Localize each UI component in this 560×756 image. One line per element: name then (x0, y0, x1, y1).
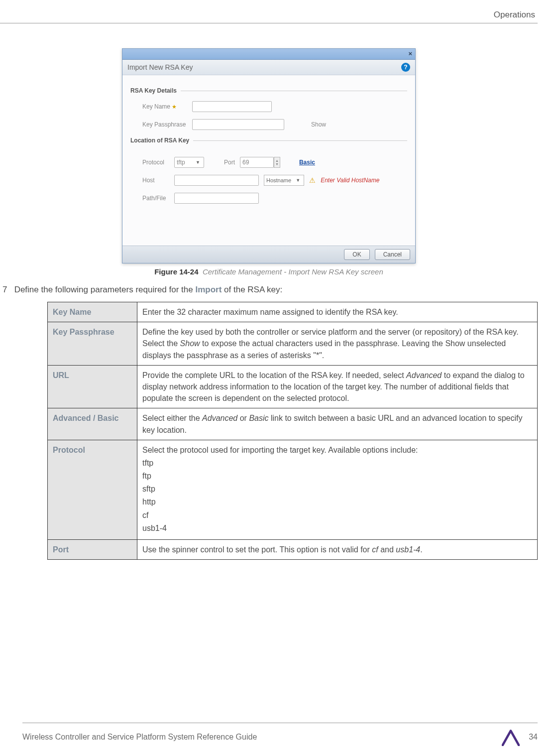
row-key-name: Key Name ★ (142, 101, 407, 112)
param-key: Key Name (48, 302, 137, 322)
screenshot-figure: × Import New RSA Key ? RSA Key Details K… (122, 48, 416, 263)
footer-rule (22, 723, 538, 723)
table-row: URLProvide the complete URL to the locat… (48, 365, 538, 408)
param-key: Key Passphrase (48, 322, 137, 366)
param-desc: Use the spinner control to set the port.… (137, 540, 538, 560)
label-port: Port (224, 159, 235, 166)
chevron-down-icon: ▼ (294, 178, 302, 183)
header-rule (0, 23, 538, 23)
row-key-passphrase: Key Passphrase Show (142, 119, 407, 130)
step-bold-term: Import (195, 285, 222, 294)
label-key-name: Key Name ★ (142, 103, 187, 110)
input-key-name[interactable] (192, 101, 272, 112)
dialog-body: RSA Key Details Key Name ★ Key Passphras… (122, 75, 415, 246)
table-row: Advanced / BasicSelect either the Advanc… (48, 408, 538, 440)
table-row: PortUse the spinner control to set the p… (48, 540, 538, 560)
brand-logo-icon (502, 728, 520, 746)
footer-doc-title: Wireless Controller and Service Platform… (22, 733, 257, 742)
row-host: Host Hostname ▼ ⚠ Enter Valid HostName (142, 175, 407, 186)
protocol-option: sftp (142, 483, 532, 495)
figure-caption: Figure 14-24 Certificate Management - Im… (0, 267, 538, 276)
select-host-type[interactable]: Hostname ▼ (264, 175, 304, 186)
close-icon[interactable]: × (408, 50, 412, 57)
page-number: 34 (529, 733, 538, 742)
select-protocol[interactable]: tftp ▼ (174, 157, 204, 168)
show-checkbox-label[interactable]: Show (311, 121, 326, 128)
protocol-option: cf (142, 509, 532, 521)
step-number: 7 (2, 285, 7, 294)
param-desc: Select either the Advanced or Basic link… (137, 408, 538, 440)
page-footer: Wireless Controller and Service Platform… (22, 723, 538, 746)
input-host[interactable] (174, 175, 259, 186)
label-key-passphrase: Key Passphrase (142, 121, 187, 128)
protocol-option: http (142, 496, 532, 507)
chevron-down-icon: ▼ (194, 160, 202, 165)
dialog-titlebar: Import New RSA Key ? (122, 60, 415, 75)
label-protocol: Protocol (142, 159, 169, 166)
table-row: Key NameEnter the 32 character maximum n… (48, 302, 538, 322)
warning-icon: ⚠ (309, 176, 316, 184)
required-star-icon: ★ (172, 104, 177, 110)
section-location: Location of RSA Key (130, 137, 407, 144)
ok-button[interactable]: OK (344, 249, 369, 260)
param-desc: Select the protocol used for importing t… (137, 440, 538, 539)
figure-label: Figure 14-24 (154, 267, 198, 276)
protocol-option: usb1-4 (142, 522, 532, 534)
port-spinner[interactable]: ▲▼ (274, 157, 280, 168)
input-key-passphrase[interactable] (192, 119, 284, 130)
param-key: Port (48, 540, 137, 560)
cancel-button[interactable]: Cancel (375, 249, 410, 260)
chevron-up-icon: ▲ (274, 159, 280, 162)
step-7: 7 Define the following parameters requir… (0, 285, 538, 295)
help-icon[interactable]: ? (401, 63, 410, 72)
host-type-value: Hostname (266, 177, 291, 183)
protocol-value: tftp (177, 159, 185, 166)
parameters-table: Key NameEnter the 32 character maximum n… (47, 302, 538, 560)
param-key: Protocol (48, 440, 137, 539)
section-label: RSA Key Details (130, 87, 177, 94)
port-value: 69 (242, 159, 249, 166)
param-desc: Provide the complete URL to the location… (137, 365, 538, 408)
row-protocol-port: Protocol tftp ▼ Port 69 ▲▼ Basic (142, 157, 407, 168)
param-key: URL (48, 365, 137, 408)
host-error-message: Enter Valid HostName (321, 177, 379, 184)
label-host: Host (142, 177, 169, 184)
basic-link[interactable]: Basic (299, 159, 315, 166)
section-header: Operations (0, 10, 538, 20)
figure-caption-text: Certificate Management - Import New RSA … (203, 267, 383, 276)
dialog-action-bar: OK Cancel (122, 246, 415, 263)
label-path-file: Path/File (142, 195, 169, 202)
input-path-file[interactable] (174, 193, 259, 204)
import-rsa-dialog: × Import New RSA Key ? RSA Key Details K… (122, 48, 416, 263)
row-path-file: Path/File (142, 193, 407, 204)
section-label: Location of RSA Key (130, 137, 189, 144)
input-port[interactable]: 69 (240, 157, 274, 168)
dialog-titlebar-top: × (122, 49, 415, 60)
chevron-down-icon: ▼ (274, 162, 280, 166)
table-row: Key PassphraseDefine the key used by bot… (48, 322, 538, 366)
section-rsa-details: RSA Key Details (130, 87, 407, 94)
param-key: Advanced / Basic (48, 408, 137, 440)
param-desc: Define the key used by both the controll… (137, 322, 538, 366)
protocol-option: tftp (142, 457, 532, 469)
dialog-title: Import New RSA Key (127, 63, 193, 71)
protocol-option: ftp (142, 470, 532, 482)
param-desc: Enter the 32 character maximum name assi… (137, 302, 538, 322)
table-row: ProtocolSelect the protocol used for imp… (48, 440, 538, 539)
